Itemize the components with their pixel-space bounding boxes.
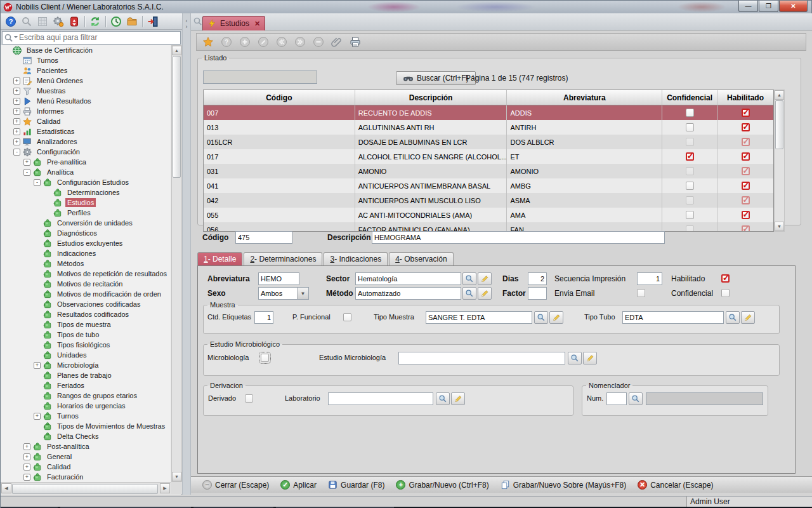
clock-icon[interactable] (110, 16, 122, 27)
expand-icon[interactable]: + (34, 362, 41, 369)
tab-close-icon[interactable]: ✕ (254, 20, 260, 27)
habilitado-checkbox[interactable] (742, 109, 750, 117)
estudio-microbiologia-input[interactable] (398, 352, 565, 364)
scroll-left-icon[interactable]: ◀ (1, 483, 11, 493)
expand-icon[interactable]: + (13, 138, 20, 145)
tree-item-menu-resultados[interactable]: +Menú Resultados (1, 96, 171, 106)
folder-icon[interactable] (126, 16, 138, 27)
tree-item-conversion-de-unidades[interactable]: +Conversión de unidades (1, 218, 171, 228)
expand-icon[interactable]: + (13, 88, 20, 95)
table-scroll-thumb[interactable] (775, 100, 783, 149)
collapse-icon[interactable]: - (23, 169, 30, 176)
tree-item-pre-analitica[interactable]: +Pre-analítica (1, 157, 171, 167)
laboratorio-lookup-button[interactable] (436, 392, 450, 405)
tree-item-tipos-fisiologicos[interactable]: +Tipos fisiológicos (1, 340, 171, 350)
scroll-up-icon[interactable]: ▲ (172, 46, 181, 55)
tree-item-turnos[interactable]: +Turnos (1, 411, 171, 421)
tree-item-menu-ordenes[interactable]: +Menú Ordenes (1, 76, 171, 86)
tree-item-estudios-excluyentes[interactable]: +Estudios excluyentes (1, 238, 171, 248)
column-header-descripcion[interactable]: Descripción (355, 90, 508, 105)
tree-item-general[interactable]: +General (1, 451, 171, 462)
confidencial-checkbox[interactable] (686, 123, 694, 131)
paperclip-icon[interactable] (331, 36, 343, 48)
estudio-micro-lookup-button[interactable] (568, 352, 582, 364)
star-icon[interactable] (202, 36, 214, 48)
confidencial-checkbox[interactable] (686, 182, 694, 190)
help-icon[interactable]: ? (221, 36, 232, 48)
derivado-checkbox[interactable] (245, 394, 253, 403)
minus-icon[interactable] (313, 36, 324, 48)
tree-item-estadisticas[interactable]: +Estadísticas (1, 126, 171, 137)
tree-item-base-de-certificacion[interactable]: +Base de Certificación (1, 45, 171, 55)
habilitado-checkbox[interactable] (742, 138, 750, 146)
add-icon[interactable] (239, 36, 251, 48)
help-icon[interactable]: ? (5, 16, 16, 27)
listado-search-input[interactable] (203, 70, 317, 84)
expand-icon[interactable]: + (23, 464, 30, 471)
close-button[interactable]: ✕ (779, 1, 808, 12)
collapse-icon[interactable]: - (34, 179, 41, 186)
confidencial-checkbox[interactable] (686, 138, 694, 146)
confidencial-checkbox[interactable] (721, 289, 730, 297)
sexo-select[interactable]: Ambos ▼ (258, 287, 309, 300)
tree-item-motivos-de-repeticion-de-resultados[interactable]: +Motivos de repetición de resultados (1, 269, 171, 279)
tree-item-muestras[interactable]: +Muestras (1, 86, 171, 96)
tree-item-calidad[interactable]: +Calidad (1, 116, 171, 126)
tipo-muestra-lookup-button[interactable] (534, 311, 548, 324)
expand-icon[interactable]: + (23, 443, 30, 450)
settings-icon[interactable] (53, 16, 64, 27)
confidencial-checkbox[interactable] (686, 211, 694, 219)
sector-edit-button[interactable] (478, 272, 492, 285)
descripcion-input[interactable] (372, 231, 665, 244)
tree-item-delta-checks[interactable]: +Delta Checks (1, 431, 171, 441)
sector-input[interactable] (355, 272, 461, 285)
detail-tab-observacion[interactable]: 4 - Observación (389, 252, 453, 265)
abreviatura-input[interactable] (258, 272, 299, 285)
scroll-right-icon[interactable]: ▶ (160, 483, 170, 493)
dias-input[interactable] (528, 272, 547, 285)
grid-icon[interactable] (37, 16, 48, 27)
table-row-042[interactable]: 042ANTICUERPOS ANTI MUSCULO LISOASMA (204, 193, 773, 208)
envia-email-checkbox[interactable] (637, 289, 645, 297)
prev-icon[interactable] (276, 36, 287, 48)
filter-dropdown-icon[interactable] (14, 36, 18, 40)
tree-item-unidades[interactable]: +Unidades (1, 350, 171, 360)
habilitado-checkbox[interactable] (742, 167, 750, 175)
tree-item-metodos[interactable]: +Métodos (1, 258, 171, 269)
expand-icon[interactable]: + (23, 159, 30, 166)
expand-icon[interactable]: + (23, 474, 30, 481)
habilitado-checkbox[interactable] (742, 196, 750, 204)
tree-item-estudios[interactable]: +Estudios (1, 197, 171, 208)
buscar-button[interactable]: Buscar (Ctrl+F) (396, 71, 476, 85)
tree-hscroll-thumb[interactable] (12, 484, 158, 494)
expand-icon[interactable]: + (34, 413, 41, 420)
restore-button[interactable]: ❐ (759, 1, 778, 12)
expand-icon[interactable]: + (13, 98, 20, 105)
tree-vertical-scrollbar[interactable]: ▲ ▼ (171, 45, 182, 482)
estudio-micro-edit-button[interactable] (583, 352, 597, 364)
tree-item-turnos[interactable]: +Turnos (1, 55, 171, 65)
column-header-confidencial[interactable]: Confidencial (662, 90, 717, 105)
metodo-lookup-button[interactable] (462, 287, 476, 300)
next-icon[interactable] (294, 36, 306, 48)
secuencia-input[interactable] (637, 272, 662, 285)
action-grabar-nuevo-ctrl-f8[interactable]: +Grabar/Nuevo (Ctrl+F8) (396, 480, 488, 490)
table-row-031[interactable]: 031AMONIOAMONIO (204, 164, 773, 178)
action-grabar-nuevo-sobre-mayus-f8[interactable]: Grabar/Nuevo Sobre (Mayús+F8) (501, 480, 626, 490)
table-row-013[interactable]: 013AGLUTININAS ANTI RHANTIRH (204, 120, 773, 135)
tree-item-informes[interactable]: +Informes (1, 106, 171, 116)
metodo-edit-button[interactable] (478, 287, 492, 300)
tree-horizontal-scrollbar[interactable]: ◀ ▶ (1, 482, 171, 494)
detail-tab-determinaciones[interactable]: 2 - Determinaciones (244, 252, 322, 265)
tree-item-post-analitica[interactable]: +Post-analítica (1, 441, 171, 451)
search-icon[interactable] (21, 16, 32, 27)
tree-item-determinaciones[interactable]: +Determinaciones (1, 187, 171, 197)
tree-scroll-thumb[interactable] (173, 56, 181, 178)
chevron-down-icon[interactable]: ▼ (297, 288, 308, 299)
confidencial-checkbox[interactable] (686, 167, 694, 175)
table-row-055[interactable]: 055AC ANTI-MITOCONDRIALES (AMA)AMA (204, 208, 773, 222)
panel-splitter[interactable]: ‹ › (182, 13, 191, 495)
metodo-input[interactable] (355, 287, 461, 300)
tree-item-analitica[interactable]: -Analítica (1, 167, 171, 177)
p-funcional-checkbox[interactable] (343, 313, 351, 321)
